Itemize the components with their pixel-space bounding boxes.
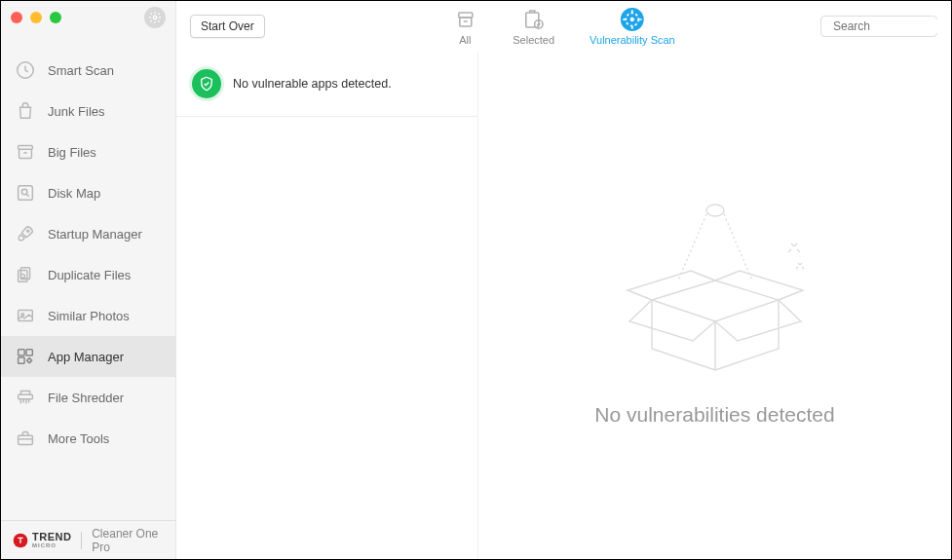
empty-state-title: No vulnerabilities detected (594, 403, 834, 427)
brand-sub: MICRO (32, 542, 71, 548)
sidebar-footer: TREND MICRO Cleaner One Pro (1, 520, 175, 559)
svg-point-0 (153, 16, 157, 19)
svg-rect-15 (19, 394, 33, 399)
brand-logo: TREND MICRO (13, 532, 71, 548)
scan-target-icon (620, 7, 645, 32)
duplicate-icon (15, 264, 36, 285)
sidebar-item-junk-files[interactable]: Junk Files (1, 91, 175, 131)
tab-label: All (459, 34, 471, 46)
sidebar-item-similar-photos[interactable]: Similar Photos (1, 295, 175, 336)
svg-rect-3 (19, 186, 33, 201)
close-button[interactable] (11, 12, 22, 23)
svg-point-14 (27, 358, 31, 362)
tab-group: All Selected Vulnerability Scan (452, 7, 674, 46)
settings-button[interactable] (144, 7, 166, 28)
sidebar-item-app-manager[interactable]: App Manager (1, 336, 175, 377)
brand-name: TREND (32, 532, 71, 542)
search-input[interactable] (833, 19, 952, 33)
titlebar (1, 1, 175, 34)
scan-status-row: No vulnerable apps detected. (176, 52, 477, 117)
content-area: No vulnerable apps detected. (176, 52, 951, 559)
toolbox-icon (15, 428, 36, 449)
maximize-button[interactable] (50, 12, 61, 23)
empty-box-illustration (608, 185, 822, 380)
main-area: Start Over All Selected (176, 1, 951, 559)
photos-icon (15, 305, 36, 326)
sidebar-item-label: Similar Photos (48, 309, 130, 323)
bag-icon (15, 100, 36, 122)
scan-status-text: No vulnerable apps detected. (233, 77, 392, 91)
rocket-icon (15, 223, 36, 244)
svg-rect-7 (19, 270, 27, 281)
apps-icon (15, 346, 36, 367)
window-controls (11, 12, 61, 23)
tab-label: Vulnerability Scan (590, 34, 675, 46)
sidebar-item-label: File Shredder (48, 391, 124, 405)
svg-point-5 (27, 230, 29, 232)
sidebar-item-duplicate-files[interactable]: Duplicate Files (1, 254, 175, 295)
sidebar-item-label: Duplicate Files (48, 268, 131, 282)
start-over-button[interactable]: Start Over (190, 15, 265, 38)
sidebar: Smart Scan Junk Files Big Files Disk Map (1, 1, 176, 559)
box-icon (452, 7, 477, 32)
tab-all[interactable]: All (452, 7, 477, 46)
svg-rect-13 (19, 357, 24, 363)
sidebar-item-label: Big Files (48, 145, 96, 160)
svg-rect-12 (26, 350, 32, 355)
product-name: Cleaner One Pro (92, 527, 164, 554)
sidebar-item-smart-scan[interactable]: Smart Scan (1, 50, 175, 91)
svg-rect-11 (19, 350, 24, 355)
gear-icon (148, 11, 162, 24)
tab-selected[interactable]: Selected (513, 7, 554, 46)
svg-point-24 (630, 18, 634, 21)
footer-separator (81, 532, 82, 549)
empty-state: No vulnerabilities detected (478, 52, 951, 559)
sidebar-item-more-tools[interactable]: More Tools (1, 418, 175, 459)
sidebar-item-label: Junk Files (48, 104, 105, 119)
app-window: Smart Scan Junk Files Big Files Disk Map (0, 0, 952, 560)
clock-scan-icon (15, 59, 36, 81)
shield-ok-icon (192, 69, 221, 98)
svg-point-8 (20, 274, 24, 278)
svg-rect-16 (19, 435, 33, 444)
disk-search-icon (15, 182, 36, 204)
sidebar-item-big-files[interactable]: Big Files (1, 131, 175, 172)
sidebar-item-label: Disk Map (48, 186, 100, 201)
svg-point-4 (21, 189, 26, 195)
tab-vulnerability-scan[interactable]: Vulnerability Scan (590, 7, 675, 46)
search-box[interactable] (820, 16, 937, 37)
sidebar-item-label: Startup Manager (48, 227, 142, 242)
tab-label: Selected (513, 34, 554, 46)
svg-point-26 (706, 205, 724, 216)
sidebar-item-startup-manager[interactable]: Startup Manager (1, 213, 175, 254)
svg-rect-2 (19, 146, 33, 150)
search-wrap (820, 16, 937, 37)
sidebar-item-label: Smart Scan (48, 63, 114, 78)
scan-results-panel: No vulnerable apps detected. (176, 52, 478, 559)
sidebar-item-file-shredder[interactable]: File Shredder (1, 377, 175, 418)
sidebar-item-disk-map[interactable]: Disk Map (1, 172, 175, 213)
shredder-icon (15, 387, 36, 408)
minimize-button[interactable] (30, 12, 42, 23)
sidebar-item-label: More Tools (48, 431, 109, 446)
archive-icon (15, 141, 36, 163)
sidebar-item-label: App Manager (48, 350, 124, 364)
box-check-icon (521, 7, 547, 32)
sidebar-nav: Smart Scan Junk Files Big Files Disk Map (1, 34, 175, 520)
toolbar: Start Over All Selected (176, 1, 951, 52)
trend-logo-icon (13, 533, 28, 548)
